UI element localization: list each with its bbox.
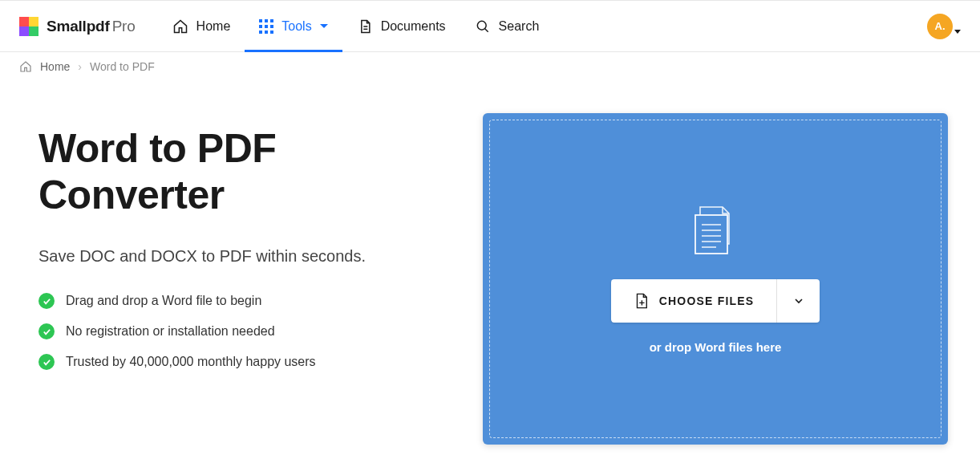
breadcrumb-separator: › [78, 60, 82, 73]
nav-search[interactable]: Search [460, 1, 554, 51]
feature-list: Drag and drop a Word file to begin No re… [38, 293, 451, 370]
nav-home-label: Home [196, 19, 231, 34]
chevron-down-icon [792, 294, 805, 307]
feature-text: No registration or installation needed [66, 324, 275, 339]
breadcrumb-current: Word to PDF [90, 60, 155, 73]
home-icon [19, 60, 32, 73]
grid-icon [259, 19, 273, 34]
nav-documents[interactable]: Documents [342, 1, 460, 51]
home-icon [172, 18, 188, 35]
check-icon [38, 323, 55, 339]
breadcrumb: Home › Word to PDF [0, 52, 980, 81]
feature-item: Trusted by 40,000,000 monthly happy user… [38, 354, 451, 370]
chevron-down-icon [954, 30, 961, 34]
feature-item: No registration or installation needed [38, 323, 451, 339]
drop-hint-text: or drop Word files here [650, 340, 782, 354]
top-navigation: SmallpdfPro Home Tools Documents Search [0, 0, 980, 52]
choose-files-dropdown[interactable] [776, 279, 820, 323]
logo-icon [19, 17, 38, 36]
search-icon [475, 18, 491, 35]
svg-line-3 [484, 28, 488, 31]
nav-documents-label: Documents [381, 19, 446, 34]
brand-logo[interactable]: SmallpdfPro [19, 17, 136, 36]
brand-text: SmallpdfPro [47, 18, 136, 35]
check-icon [38, 354, 55, 370]
breadcrumb-home[interactable]: Home [40, 60, 70, 73]
check-icon [38, 293, 55, 309]
document-stack-icon [692, 204, 739, 255]
nav-tools[interactable]: Tools [245, 1, 342, 51]
chevron-down-icon [320, 24, 328, 28]
nav-items: Home Tools Documents Search [158, 1, 554, 51]
nav-home[interactable]: Home [158, 1, 245, 51]
page-subtitle: Save DOC and DOCX to PDF within seconds. [38, 247, 451, 266]
choose-files-group: CHOOSE FILES [611, 279, 820, 323]
user-avatar-menu[interactable]: A. [927, 14, 961, 39]
avatar-initial: A. [935, 20, 946, 32]
feature-text: Trusted by 40,000,000 monthly happy user… [66, 355, 316, 369]
choose-files-button[interactable]: CHOOSE FILES [611, 279, 777, 323]
feature-text: Drag and drop a Word file to begin [66, 294, 261, 308]
left-column: Word to PDF Converter Save DOC and DOCX … [38, 113, 451, 445]
nav-search-label: Search [499, 19, 540, 34]
nav-tools-label: Tools [281, 19, 311, 34]
file-dropzone[interactable]: CHOOSE FILES or drop Word files here [483, 113, 948, 445]
svg-point-2 [477, 21, 486, 30]
main-content: Word to PDF Converter Save DOC and DOCX … [0, 81, 980, 445]
choose-files-label: CHOOSE FILES [659, 294, 755, 307]
svg-rect-4 [695, 215, 727, 254]
file-add-icon [634, 292, 650, 310]
document-icon [357, 18, 373, 35]
page-title: Word to PDF Converter [38, 126, 451, 218]
avatar: A. [927, 14, 953, 39]
feature-item: Drag and drop a Word file to begin [38, 293, 451, 309]
